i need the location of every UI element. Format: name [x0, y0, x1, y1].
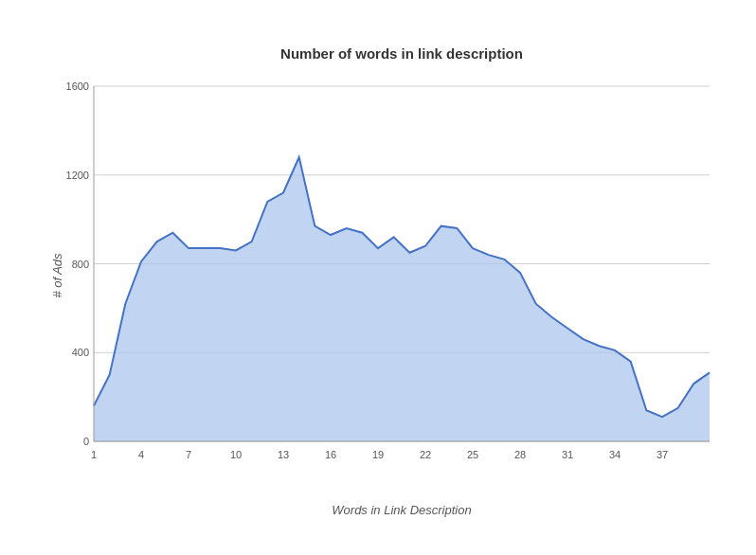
svg-text:16: 16 [325, 449, 336, 460]
svg-text:0: 0 [83, 436, 89, 447]
chart-area: # of Ads 0400800120016001471013161922252… [84, 77, 719, 474]
svg-text:34: 34 [609, 449, 621, 460]
svg-text:19: 19 [372, 449, 384, 460]
y-axis-label: # of Ads [50, 253, 64, 297]
svg-text:22: 22 [420, 449, 431, 460]
svg-text:25: 25 [467, 449, 478, 460]
svg-text:31: 31 [562, 449, 573, 460]
svg-text:7: 7 [186, 449, 191, 460]
chart-title: Number of words in link description [84, 45, 719, 62]
svg-text:28: 28 [514, 449, 526, 460]
svg-text:1200: 1200 [66, 170, 89, 181]
svg-text:4: 4 [138, 449, 144, 460]
svg-text:1600: 1600 [66, 81, 89, 92]
svg-text:37: 37 [657, 449, 668, 460]
chart-container: Number of words in link description # of… [18, 17, 738, 538]
svg-text:10: 10 [230, 449, 242, 460]
svg-text:800: 800 [72, 259, 89, 270]
svg-marker-23 [94, 157, 710, 441]
svg-text:400: 400 [72, 347, 89, 358]
svg-text:1: 1 [91, 449, 97, 460]
svg-text:13: 13 [278, 449, 289, 460]
x-axis-label: Words in Link Description [84, 503, 719, 517]
chart-svg: 04008001200160014710131619222528313437 [84, 77, 719, 474]
